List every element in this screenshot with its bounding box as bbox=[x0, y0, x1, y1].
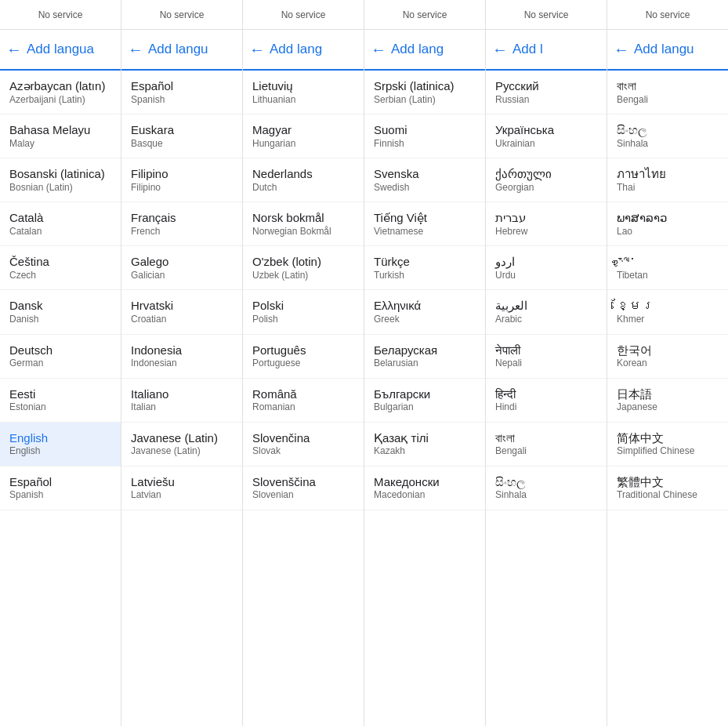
back-arrow-3[interactable]: ← bbox=[371, 41, 386, 59]
lang-item-4-9[interactable]: සිංහලSinhala bbox=[486, 466, 607, 510]
status-cell-2: No service bbox=[243, 0, 364, 29]
lang-native-1-6: Indonesia bbox=[131, 343, 233, 358]
lang-item-2-5[interactable]: PolskiPolish bbox=[243, 290, 364, 334]
lang-english-2-2: Dutch bbox=[252, 182, 354, 194]
lang-item-2-0[interactable]: LietuviųLithuanian bbox=[243, 71, 364, 114]
lang-item-1-9[interactable]: LatviešuLatvian bbox=[121, 466, 242, 510]
lang-native-2-3: Norsk bokmål bbox=[252, 210, 354, 226]
back-arrow-4[interactable]: ← bbox=[492, 41, 508, 59]
lang-item-0-6[interactable]: DeutschGerman bbox=[0, 335, 121, 379]
lang-english-1-8: Javanese (Latin) bbox=[131, 445, 233, 458]
lang-native-2-4: O'zbek (lotin) bbox=[252, 254, 354, 270]
column-0: ←Add languaAzərbaycan (latın)Azerbaijani… bbox=[0, 30, 121, 726]
back-arrow-0[interactable]: ← bbox=[6, 41, 22, 59]
column-4: ←Add lРусскийRussianУкраїнськаUkrainianქ… bbox=[486, 30, 607, 726]
lang-english-3-1: Finnish bbox=[374, 138, 476, 151]
lang-english-4-5: Arabic bbox=[495, 314, 597, 326]
lang-item-1-6[interactable]: IndonesiaIndonesian bbox=[121, 335, 242, 379]
lang-item-5-3[interactable]: ພາສາລາວLao bbox=[607, 202, 728, 246]
lang-native-3-6: Беларуская bbox=[374, 343, 476, 358]
lang-item-4-6[interactable]: नेपालीNepali bbox=[486, 335, 607, 379]
back-arrow-5[interactable]: ← bbox=[614, 41, 629, 59]
lang-item-3-7[interactable]: БългарскиBulgarian bbox=[364, 379, 485, 423]
lang-item-0-7[interactable]: EestiEstonian bbox=[0, 379, 121, 423]
lang-item-5-4[interactable]: རྒྱལ་Tibetan bbox=[607, 246, 728, 290]
lang-native-4-0: Русский bbox=[495, 78, 597, 94]
lang-item-0-1[interactable]: Bahasa MelayuMalay bbox=[0, 114, 121, 158]
lang-item-2-6[interactable]: PortuguêsPortuguese bbox=[243, 335, 364, 379]
lang-item-4-7[interactable]: हिन्दीHindi bbox=[486, 379, 607, 423]
lang-item-4-0[interactable]: РусскийRussian bbox=[486, 71, 607, 114]
lang-item-3-9[interactable]: МакедонскиMacedonian bbox=[364, 466, 485, 510]
lang-item-0-4[interactable]: ČeštinaCzech bbox=[0, 246, 121, 290]
lang-item-3-4[interactable]: TürkçeTurkish bbox=[364, 246, 485, 290]
lang-item-1-3[interactable]: FrançaisFrench bbox=[121, 202, 242, 246]
lang-item-1-0[interactable]: EspañolSpanish bbox=[121, 71, 242, 114]
lang-item-0-9[interactable]: EspañolSpanish bbox=[0, 466, 121, 510]
lang-item-5-0[interactable]: বাংলাBengali bbox=[607, 71, 728, 114]
status-cell-3: No service bbox=[364, 0, 486, 29]
lang-item-1-4[interactable]: GalegoGalician bbox=[121, 246, 242, 290]
lang-item-5-7[interactable]: 日本語Japanese bbox=[607, 379, 728, 423]
lang-item-3-2[interactable]: SvenskaSwedish bbox=[364, 158, 485, 202]
lang-item-4-8[interactable]: বাংলাBengali bbox=[486, 423, 607, 466]
lang-item-0-5[interactable]: DanskDanish bbox=[0, 290, 121, 334]
lang-item-4-4[interactable]: اردوUrdu bbox=[486, 246, 607, 290]
lang-item-1-8[interactable]: Javanese (Latin)Javanese (Latin) bbox=[121, 423, 242, 466]
lang-english-2-6: Portuguese bbox=[252, 358, 354, 370]
lang-item-2-9[interactable]: SlovenščinaSlovenian bbox=[243, 466, 364, 510]
lang-native-2-6: Português bbox=[252, 343, 354, 358]
lang-item-3-0[interactable]: Srpski (latinica)Serbian (Latin) bbox=[364, 71, 485, 114]
lang-native-1-8: Javanese (Latin) bbox=[131, 430, 233, 446]
lang-item-4-3[interactable]: עבריתHebrew bbox=[486, 202, 607, 246]
lang-native-5-4: རྒྱལ་ bbox=[617, 254, 719, 270]
lang-item-3-6[interactable]: БеларускаяBelarusian bbox=[364, 335, 485, 379]
lang-item-4-2[interactable]: ქართულიGeorgian bbox=[486, 158, 607, 202]
lang-item-2-2[interactable]: NederlandsDutch bbox=[243, 158, 364, 202]
lang-item-0-8[interactable]: EnglishEnglish bbox=[0, 423, 121, 466]
lang-item-2-7[interactable]: RomânăRomanian bbox=[243, 379, 364, 423]
lang-item-3-3[interactable]: Tiếng ViệtVietnamese bbox=[364, 202, 485, 246]
lang-item-2-4[interactable]: O'zbek (lotin)Uzbek (Latin) bbox=[243, 246, 364, 290]
col-header-1: ←Add langu bbox=[121, 30, 242, 71]
lang-native-3-5: Ελληνικά bbox=[374, 298, 476, 314]
lang-item-4-5[interactable]: العربيةArabic bbox=[486, 290, 607, 334]
lang-item-2-1[interactable]: MagyarHungarian bbox=[243, 114, 364, 158]
lang-item-3-5[interactable]: ΕλληνικάGreek bbox=[364, 290, 485, 334]
lang-english-3-4: Turkish bbox=[374, 270, 476, 282]
lang-item-1-5[interactable]: HrvatskiCroatian bbox=[121, 290, 242, 334]
lang-item-1-7[interactable]: ItalianoItalian bbox=[121, 379, 242, 423]
lang-item-5-9[interactable]: 繁體中文Traditional Chinese bbox=[607, 466, 728, 510]
lang-english-5-8: Simplified Chinese bbox=[617, 445, 719, 458]
lang-item-5-5[interactable]: ខ្មែរKhmer bbox=[607, 290, 728, 334]
column-5: ←Add languবাংলাBengaliසිංහලSinhalaภาษาไท… bbox=[607, 30, 728, 726]
back-arrow-1[interactable]: ← bbox=[128, 41, 143, 59]
lang-native-5-5: ខ្មែរ bbox=[617, 298, 719, 314]
lang-native-1-9: Latviešu bbox=[131, 474, 233, 490]
lang-native-0-6: Deutsch bbox=[9, 343, 111, 358]
lang-item-1-1[interactable]: EuskaraBasque bbox=[121, 114, 242, 158]
back-arrow-2[interactable]: ← bbox=[249, 41, 265, 59]
lang-item-0-2[interactable]: Bosanski (latinica)Bosnian (Latin) bbox=[0, 158, 121, 202]
lang-native-0-7: Eesti bbox=[9, 387, 111, 402]
lang-item-5-1[interactable]: සිංහලSinhala bbox=[607, 114, 728, 158]
lang-item-3-1[interactable]: SuomiFinnish bbox=[364, 114, 485, 158]
col-header-title-1: Add langu bbox=[148, 42, 208, 57]
lang-item-5-6[interactable]: 한국어Korean bbox=[607, 335, 728, 379]
lang-native-1-1: Euskara bbox=[131, 122, 233, 138]
lang-item-1-2[interactable]: FilipinoFilipino bbox=[121, 158, 242, 202]
lang-item-2-3[interactable]: Norsk bokmålNorwegian Bokmål bbox=[243, 202, 364, 246]
lang-item-5-8[interactable]: 简体中文Simplified Chinese bbox=[607, 423, 728, 466]
lang-english-0-4: Czech bbox=[9, 270, 111, 282]
lang-item-2-8[interactable]: SlovenčinaSlovak bbox=[243, 423, 364, 466]
column-3: ←Add langSrpski (latinica)Serbian (Latin… bbox=[364, 30, 486, 726]
lang-english-4-0: Russian bbox=[495, 94, 597, 107]
lang-item-0-0[interactable]: Azərbaycan (latın)Azerbaijani (Latin) bbox=[0, 71, 121, 114]
lang-item-3-8[interactable]: Қазақ тіліKazakh bbox=[364, 423, 485, 466]
lang-english-1-0: Spanish bbox=[131, 94, 233, 107]
lang-item-4-1[interactable]: УкраїнськаUkrainian bbox=[486, 114, 607, 158]
lang-native-3-4: Türkçe bbox=[374, 254, 476, 270]
lang-english-0-0: Azerbaijani (Latin) bbox=[9, 94, 111, 107]
lang-item-5-2[interactable]: ภาษาไทยThai bbox=[607, 158, 728, 202]
lang-item-0-3[interactable]: CatalàCatalan bbox=[0, 202, 121, 246]
